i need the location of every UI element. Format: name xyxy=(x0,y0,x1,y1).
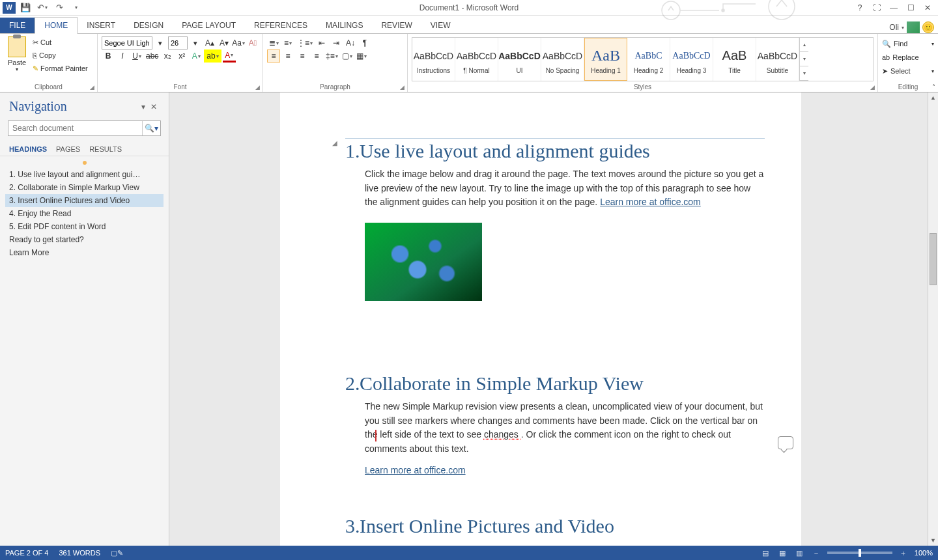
align-center-icon[interactable]: ≡ xyxy=(281,49,294,63)
style--normal[interactable]: AaBbCcD¶ Normal xyxy=(455,38,498,81)
close-icon[interactable]: ✕ xyxy=(920,1,935,14)
style-no-spacing[interactable]: AaBbCcDNo Spacing xyxy=(541,38,584,81)
gallery-scroll-icon[interactable]: ▴ xyxy=(800,38,808,52)
feedback-icon[interactable]: 🙂 xyxy=(922,21,934,33)
cut-button[interactable]: ✂Cut xyxy=(33,36,88,48)
collapse-ribbon-icon[interactable]: ˄ xyxy=(932,83,935,91)
nav-heading-item[interactable]: 1. Use live layout and alignment gui… xyxy=(5,168,163,181)
maximize-icon[interactable]: ☐ xyxy=(903,1,918,14)
copy-button[interactable]: ⎘Copy xyxy=(33,49,88,61)
nav-search-input[interactable] xyxy=(8,121,142,135)
align-right-icon[interactable]: ≡ xyxy=(296,49,309,63)
font-size-dropdown-icon[interactable]: ▾ xyxy=(189,36,202,49)
nav-heading-item[interactable]: 5. Edit PDF content in Word xyxy=(5,220,163,233)
user-name[interactable]: Oli xyxy=(889,23,899,32)
comment-icon[interactable] xyxy=(778,436,793,449)
font-name-dropdown-icon[interactable]: ▾ xyxy=(154,36,167,49)
grow-font-icon[interactable]: A▴ xyxy=(203,36,216,49)
scroll-up-icon[interactable]: ▲ xyxy=(928,92,938,103)
font-color-icon[interactable]: A xyxy=(223,49,236,63)
document-page[interactable]: ◢ 1.Use live layout and alignment guides… xyxy=(280,92,801,546)
tab-references[interactable]: REFERENCES xyxy=(245,18,317,33)
paragraph-launcher-icon[interactable]: ◢ xyxy=(400,84,405,91)
tab-page-layout[interactable]: PAGE LAYOUT xyxy=(173,18,245,33)
nav-heading-item[interactable]: Ready to get started? xyxy=(5,233,163,246)
borders-icon[interactable]: ▦ xyxy=(355,49,368,63)
style-ui[interactable]: AaBbCcDUI xyxy=(498,38,541,81)
minimize-icon[interactable]: — xyxy=(886,1,902,14)
save-icon[interactable]: 💾 xyxy=(18,1,33,14)
numbering-icon[interactable]: ≡ xyxy=(281,36,294,49)
select-button[interactable]: ➤Select▾ xyxy=(882,65,934,77)
nav-tab-headings[interactable]: HEADINGS xyxy=(9,145,47,153)
tracked-change[interactable]: changes xyxy=(484,429,521,440)
clear-formatting-icon[interactable]: A⃠ xyxy=(246,36,259,49)
gallery-scroll-icon[interactable]: ▾ xyxy=(800,52,808,66)
subscript-icon[interactable]: x₂ xyxy=(161,49,174,63)
tab-home[interactable]: HOME xyxy=(35,17,78,34)
bold-icon[interactable]: B xyxy=(102,49,115,63)
sort-icon[interactable]: A↓ xyxy=(344,36,357,49)
bullets-icon[interactable]: ≣ xyxy=(267,36,280,49)
vertical-scrollbar[interactable]: ▲ ▼ xyxy=(928,92,938,546)
learn-more-link[interactable]: Learn more at office.com xyxy=(600,197,701,207)
gallery-more-icon[interactable]: ▾ xyxy=(800,66,808,81)
scroll-down-icon[interactable]: ▼ xyxy=(928,535,938,546)
font-name-input[interactable] xyxy=(102,36,152,49)
word-count[interactable]: 361 WORDS xyxy=(59,549,100,557)
styles-launcher-icon[interactable]: ◢ xyxy=(870,84,875,91)
find-button[interactable]: 🔍Find▾ xyxy=(882,38,934,49)
show-marks-icon[interactable]: ¶ xyxy=(358,36,371,49)
zoom-level[interactable]: 100% xyxy=(915,549,933,557)
nav-close-icon[interactable]: ✕ xyxy=(148,102,160,111)
avatar[interactable] xyxy=(907,21,920,33)
page-indicator[interactable]: PAGE 2 OF 4 xyxy=(5,549,48,557)
help-icon[interactable]: ? xyxy=(852,1,868,14)
tab-file[interactable]: FILE xyxy=(0,18,35,33)
shading-icon[interactable]: ▢ xyxy=(341,49,354,63)
shrink-font-icon[interactable]: A▾ xyxy=(218,36,231,49)
nav-tab-results[interactable]: RESULTS xyxy=(89,145,122,153)
proofing-icon[interactable]: ▢✎ xyxy=(111,548,122,558)
highlight-icon[interactable]: ab xyxy=(204,49,221,63)
revision-mark-icon[interactable] xyxy=(375,430,377,441)
nav-tab-pages[interactable]: PAGES xyxy=(56,145,80,153)
tab-insert[interactable]: INSERT xyxy=(78,18,124,33)
strikethrough-icon[interactable]: abc xyxy=(145,49,160,63)
style-subtitle[interactable]: AaBbCcDSubtitle xyxy=(756,38,799,81)
replace-button[interactable]: abReplace xyxy=(882,51,934,63)
zoom-slider[interactable] xyxy=(827,552,892,554)
undo-icon[interactable]: ↶ xyxy=(35,1,50,14)
change-case-icon[interactable]: Aa xyxy=(232,36,245,49)
style-heading-1[interactable]: AaBHeading 1 xyxy=(584,38,627,81)
zoom-out-icon[interactable]: − xyxy=(810,548,822,558)
nav-heading-item[interactable]: 2. Collaborate in Simple Markup View xyxy=(5,181,163,194)
format-painter-button[interactable]: ✎Format Painter xyxy=(33,63,88,74)
multilevel-list-icon[interactable]: ⋮≡ xyxy=(296,36,314,49)
style-instructions[interactable]: AaBbCcDInstructions xyxy=(412,38,455,81)
increase-indent-icon[interactable]: ⇥ xyxy=(330,36,343,49)
print-layout-icon[interactable]: ▦ xyxy=(776,548,788,558)
tab-review[interactable]: REVIEW xyxy=(372,18,421,33)
tab-mailings[interactable]: MAILINGS xyxy=(317,18,372,33)
nav-heading-item[interactable]: Learn More xyxy=(5,246,163,259)
learn-more-link[interactable]: Learn more at office.com xyxy=(365,465,466,475)
justify-icon[interactable]: ≡ xyxy=(310,49,323,63)
paste-button[interactable]: Paste▾ xyxy=(4,36,30,74)
style-heading-3[interactable]: AaBbCcDHeading 3 xyxy=(670,38,713,81)
underline-icon[interactable]: U xyxy=(130,49,143,63)
align-left-icon[interactable]: ≡ xyxy=(267,49,280,63)
font-size-input[interactable] xyxy=(168,36,188,49)
clipboard-launcher-icon[interactable]: ◢ xyxy=(90,84,94,91)
read-mode-icon[interactable]: ▤ xyxy=(760,548,771,558)
web-layout-icon[interactable]: ▥ xyxy=(793,548,805,558)
ribbon-display-icon[interactable]: ⛶ xyxy=(869,1,885,14)
superscript-icon[interactable]: x² xyxy=(175,49,188,63)
zoom-in-icon[interactable]: ＋ xyxy=(898,548,909,558)
nav-search-icon[interactable]: 🔍▾ xyxy=(142,121,160,135)
tab-view[interactable]: VIEW xyxy=(421,18,460,33)
nav-heading-item[interactable]: 3. Insert Online Pictures and Video xyxy=(5,194,163,207)
qat-customize-icon[interactable]: ▾ xyxy=(69,1,83,14)
tab-design[interactable]: DESIGN xyxy=(124,18,173,33)
scrollbar-thumb[interactable] xyxy=(930,233,937,285)
